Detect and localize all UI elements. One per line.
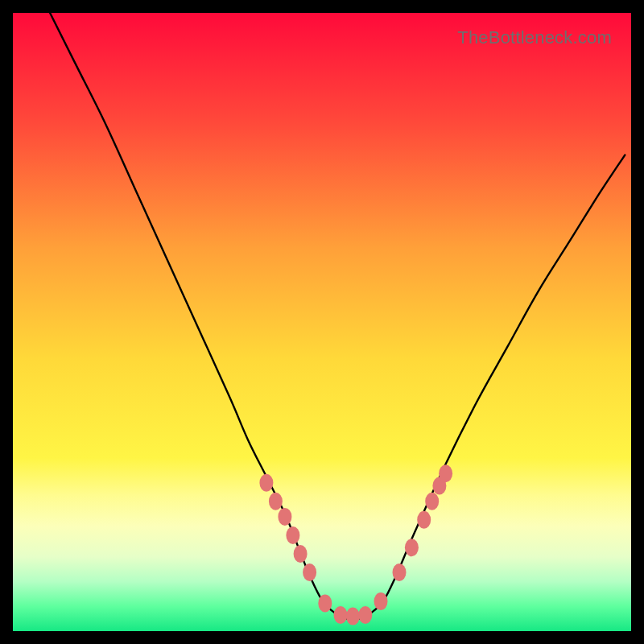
curve-marker bbox=[259, 474, 273, 492]
curve-marker bbox=[417, 511, 431, 529]
chart-frame: TheBottleneck.com bbox=[13, 13, 631, 631]
curve-marker bbox=[439, 464, 452, 482]
curve-marker bbox=[358, 606, 372, 624]
curve-marker bbox=[405, 539, 419, 556]
curve-marker bbox=[278, 508, 291, 526]
gradient-background bbox=[13, 13, 631, 631]
curve-marker bbox=[303, 564, 316, 581]
curve-marker bbox=[425, 493, 439, 510]
curve-marker bbox=[334, 606, 348, 624]
curve-marker bbox=[346, 608, 360, 625]
curve-marker bbox=[374, 592, 388, 610]
curve-marker bbox=[318, 594, 332, 612]
curve-marker bbox=[393, 564, 407, 581]
watermark-text: TheBottleneck.com bbox=[457, 27, 612, 48]
plot-area bbox=[13, 13, 631, 631]
curve-marker bbox=[286, 526, 299, 544]
bottleneck-chart bbox=[13, 13, 631, 631]
curve-marker bbox=[269, 493, 283, 510]
curve-marker bbox=[294, 545, 308, 563]
